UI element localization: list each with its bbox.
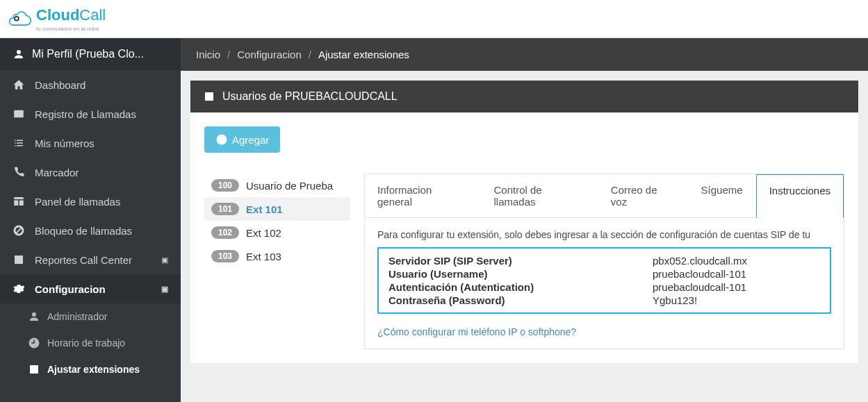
extension-badge: 100: [211, 179, 239, 192]
panel-title: Usuarios de PRUEBACLOUDCALL: [222, 90, 398, 103]
add-button-label: Agregar: [232, 134, 269, 146]
brand-bar: CloudCall tu conmutador en la nube: [0, 0, 868, 38]
plus-circle-icon: [215, 133, 228, 146]
extension-list: 100 Usuario de Prueba 101 Ext 101 102 Ex…: [204, 174, 350, 349]
tab-sigueme[interactable]: Sígueme: [689, 174, 756, 217]
sip-key: Contraseña (Password): [388, 294, 653, 306]
home-icon: [13, 78, 25, 91]
sidebar-label: Marcador: [35, 167, 79, 178]
breadcrumb-sep: /: [227, 49, 230, 60]
extension-label: Ext 103: [246, 251, 281, 262]
extension-label: Ext 102: [246, 227, 281, 239]
subnav-horario[interactable]: Horario de trabajo: [0, 330, 181, 356]
breadcrumb-sep: /: [309, 49, 311, 60]
breadcrumb-configuracion[interactable]: Configuracion: [237, 49, 302, 60]
extension-label: Usuario de Prueba: [246, 180, 333, 192]
panel-icon: [13, 195, 25, 208]
list-card-icon: [13, 108, 25, 120]
sip-key: Usuario (Username): [388, 268, 653, 280]
extension-badge: 102: [211, 226, 239, 239]
user-icon: [28, 310, 40, 323]
sip-value: pbx052.cloudcall.mx: [653, 255, 747, 267]
tabs: Informacion general Control de llamadas …: [365, 174, 844, 217]
extension-item[interactable]: 101 Ext 101: [204, 197, 350, 221]
sip-value: Ygbu123!: [653, 294, 697, 306]
report-icon: [13, 253, 25, 266]
sidebar-label: Dashboard: [35, 79, 85, 91]
sidebar-label: Reportes Call Center: [35, 254, 132, 266]
sip-value: pruebacloudcall-101: [653, 281, 746, 293]
subnav-administrador[interactable]: Administrador: [0, 303, 181, 330]
brand[interactable]: CloudCall tu conmutador en la nube: [8, 6, 106, 32]
profile-link[interactable]: Mi Perfil (Prueba Clo...: [0, 38, 181, 70]
sip-credentials-box: Servidor SIP (SIP Server) pbx052.cloudca…: [377, 247, 831, 314]
main-content: Inicio / Configuracion / Ajustar extensi…: [181, 38, 868, 402]
sip-row: Contraseña (Password) Ygbu123!: [388, 294, 820, 307]
sip-key: Servidor SIP (SIP Server): [388, 255, 653, 267]
panel: Usuarios de PRUEBACLOUDCALL Agregar 100 …: [190, 81, 858, 363]
sidebar-item-registro[interactable]: Registro de Llamadas: [0, 99, 181, 128]
sidebar-item-numeros[interactable]: Mis números: [0, 128, 181, 158]
sidebar-item-configuracion[interactable]: Configuracion ▣: [0, 274, 181, 303]
extension-badge: 101: [211, 203, 239, 215]
sidebar-nav: Dashboard Registro de Llamadas Mis númer…: [0, 70, 181, 303]
breadcrumb-inicio[interactable]: Inicio: [196, 49, 220, 60]
user-icon: [13, 48, 25, 60]
sip-row: Servidor SIP (SIP Server) pbx052.cloudca…: [388, 254, 820, 267]
sidebar-label: Configuracion: [35, 283, 106, 295]
tab-correo-voz[interactable]: Correo de voz: [598, 174, 689, 217]
block-icon: [13, 224, 25, 237]
gear-icon: [13, 283, 25, 295]
expand-icon: ▣: [161, 256, 168, 265]
tab-control-llamadas[interactable]: Control de llamadas: [482, 174, 598, 217]
sidebar-label: Bloqueo de llamadas: [35, 225, 132, 237]
brand-name: CloudCall: [36, 6, 106, 24]
extension-badge: 103: [211, 250, 239, 262]
panel-body: Agregar 100 Usuario de Prueba 101 Ext 10…: [190, 112, 858, 363]
extension-item[interactable]: 100 Usuario de Prueba: [204, 174, 350, 197]
sidebar-label: Panel de llamadas: [35, 196, 120, 208]
sidebar-label: Registro de Llamadas: [35, 108, 136, 120]
sip-key: Autenticación (Autentication): [388, 281, 653, 293]
sidebar-item-dashboard[interactable]: Dashboard: [0, 70, 181, 99]
sip-row: Usuario (Username) pruebacloudcall-101: [388, 267, 820, 280]
clock-icon: [28, 337, 40, 349]
extension-item[interactable]: 102 Ext 102: [204, 221, 350, 244]
sip-row: Autenticación (Autentication) pruebaclou…: [388, 280, 820, 294]
brand-tagline: tu conmutador en la nube: [36, 26, 106, 32]
subnav-label: Ajustar extensiones: [47, 364, 140, 375]
profile-label: Mi Perfil (Prueba Clo...: [32, 48, 144, 60]
breadcrumb: Inicio / Configuracion / Ajustar extensi…: [181, 38, 868, 71]
sip-value: pruebacloudcall-101: [653, 268, 746, 280]
panel-header: Usuarios de PRUEBACLOUDCALL: [190, 81, 858, 112]
sidebar-item-marcador[interactable]: Marcador: [0, 158, 181, 187]
phone-square-icon: [28, 363, 40, 376]
subnav-label: Administrador: [47, 311, 107, 322]
help-link[interactable]: ¿Cómo configurar mi teléfono IP o softph…: [377, 326, 576, 337]
sidebar-subnav: Administrador Horario de trabajo Ajustar…: [0, 303, 181, 383]
extension-label: Ext 101: [246, 203, 283, 215]
phone-icon: [13, 166, 25, 178]
subnav-ajustar-extensiones[interactable]: Ajustar extensiones: [0, 356, 181, 383]
list-icon: [13, 137, 25, 149]
cloud-logo-icon: [8, 10, 32, 28]
detail-panel: Informacion general Control de llamadas …: [364, 174, 844, 349]
instructions-intro: Para configurar tu extensión, solo debes…: [377, 229, 831, 240]
subnav-label: Horario de trabajo: [47, 337, 125, 349]
sidebar-label: Mis números: [35, 137, 95, 149]
add-button[interactable]: Agregar: [204, 126, 280, 153]
tab-body: Para configurar tu extensión, solo debes…: [365, 217, 844, 349]
tab-instrucciones[interactable]: Instrucciones: [756, 174, 844, 218]
svg-point-0: [15, 17, 19, 21]
sidebar: Mi Perfil (Prueba Clo... Dashboard Regis…: [0, 38, 181, 402]
sidebar-item-panel[interactable]: Panel de llamadas: [0, 187, 181, 216]
tab-info-general[interactable]: Informacion general: [365, 174, 482, 217]
sidebar-item-bloqueo[interactable]: Bloqueo de llamadas: [0, 216, 181, 245]
phone-square-icon: [203, 90, 215, 103]
sidebar-item-reportes[interactable]: Reportes Call Center ▣: [0, 245, 181, 274]
breadcrumb-current: Ajustar extensiones: [318, 49, 409, 60]
expand-icon: ▣: [161, 285, 168, 294]
extension-item[interactable]: 103 Ext 103: [204, 244, 350, 268]
